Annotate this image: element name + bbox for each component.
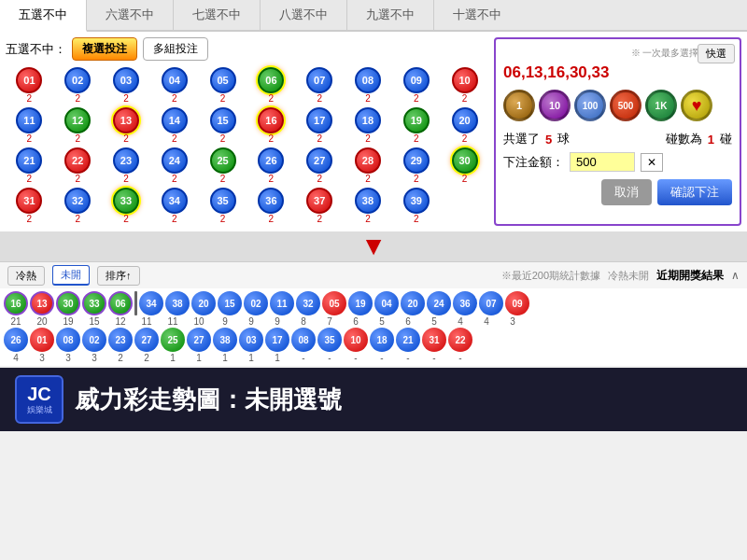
ball-29[interactable]: 29	[403, 147, 430, 174]
tab-10[interactable]: 十選不中	[434, 0, 520, 30]
ball-32[interactable]: 32	[64, 188, 91, 214]
ball-count: 2	[220, 133, 226, 145]
filter-cold-hot[interactable]: 冷熱	[7, 266, 45, 286]
ball-cell: 392	[392, 187, 440, 226]
result-ball: 20	[191, 291, 216, 315]
ball-27[interactable]: 27	[306, 147, 332, 174]
ball-count: 2	[27, 133, 33, 145]
confirm-bet-button[interactable]: 確認下注	[657, 179, 732, 205]
chip-500[interactable]: 500	[610, 90, 641, 121]
ball-count: 2	[123, 133, 129, 145]
ball-03[interactable]: 03	[113, 67, 139, 93]
filter-unopened[interactable]: 未開	[52, 265, 90, 286]
result-count: 12	[108, 316, 133, 327]
ball-cell: 132	[103, 106, 150, 146]
tab-5[interactable]: 五選不中	[0, 0, 87, 32]
result-ball: 15	[218, 291, 242, 315]
ball-count: 2	[462, 174, 468, 185]
ball-12[interactable]: 12	[64, 107, 91, 133]
chip-100[interactable]: 100	[574, 90, 606, 121]
recent-toggle[interactable]: ∧	[731, 269, 740, 282]
result-count: 6	[396, 316, 420, 327]
game-label: 五選不中：	[6, 41, 66, 58]
ball-13[interactable]: 13	[113, 107, 139, 133]
ball-cell: 362	[247, 187, 295, 226]
ball-39[interactable]: 39	[403, 188, 430, 214]
ball-08[interactable]: 08	[355, 67, 381, 93]
ball-23[interactable]: 23	[113, 147, 139, 174]
chip-1k[interactable]: 1K	[645, 90, 677, 121]
ball-16[interactable]: 16	[258, 107, 284, 133]
ball-25[interactable]: 25	[210, 147, 236, 174]
filter-sort[interactable]: 排序↑	[97, 266, 140, 286]
ball-count: 2	[220, 174, 226, 185]
result-ball: 27	[187, 328, 211, 352]
multi-select-button[interactable]: 複選投注	[72, 37, 137, 61]
ball-02[interactable]: 02	[64, 67, 91, 93]
ball-07[interactable]: 07	[306, 67, 332, 93]
result-ball: 38	[165, 291, 190, 315]
result-ball: 35	[317, 328, 342, 352]
ball-37[interactable]: 37	[306, 188, 332, 214]
tab-6[interactable]: 六選不中	[87, 0, 174, 30]
cancel-button[interactable]: 取消	[601, 179, 652, 205]
chip-1[interactable]: 1	[503, 90, 535, 121]
ball-31[interactable]: 31	[16, 188, 42, 214]
result-ball: 33	[82, 291, 106, 315]
ball-19[interactable]: 19	[403, 107, 430, 133]
ball-14[interactable]: 14	[162, 107, 188, 133]
ball-09[interactable]: 09	[403, 67, 430, 93]
bet-amount-input[interactable]	[570, 152, 635, 172]
ball-26[interactable]: 26	[258, 147, 284, 174]
ball-36[interactable]: 36	[258, 188, 284, 214]
chip-10[interactable]: 10	[539, 90, 571, 121]
ball-30[interactable]: 30	[452, 147, 478, 174]
ball-17[interactable]: 17	[306, 107, 332, 133]
result-ball: 02	[82, 328, 106, 352]
result-count2: 1	[161, 353, 185, 363]
ball-count: 2	[414, 93, 419, 105]
ball-cell: 032	[103, 66, 150, 105]
chip-heart[interactable]: ♥	[681, 90, 712, 121]
ball-04[interactable]: 04	[162, 67, 188, 93]
result-count: 21	[4, 316, 28, 327]
tab-8[interactable]: 八選不中	[261, 0, 347, 30]
ball-cell: 192	[392, 106, 440, 146]
ball-33[interactable]: 33	[113, 188, 139, 214]
ball-35[interactable]: 35	[210, 188, 236, 214]
multi-invest-button[interactable]: 多組投注	[143, 37, 208, 61]
ball-21[interactable]: 21	[16, 147, 42, 174]
tab-7[interactable]: 七選不中	[174, 0, 261, 30]
quick-select-button[interactable]: 快選	[698, 44, 735, 63]
tab-9[interactable]: 九選不中	[347, 0, 434, 30]
clear-bet-button[interactable]: ✕	[641, 153, 663, 172]
ball-38[interactable]: 38	[355, 188, 381, 214]
ball-22[interactable]: 22	[64, 147, 91, 174]
ball-24[interactable]: 24	[162, 147, 188, 174]
ball-cell: 052	[199, 66, 247, 105]
ball-count: 2	[75, 174, 80, 185]
logo-sub: 娛樂城	[27, 404, 52, 416]
result-ball: 26	[4, 328, 28, 352]
result-ball: 08	[291, 328, 316, 352]
ball-10[interactable]: 10	[452, 67, 478, 93]
ball-34[interactable]: 34	[162, 188, 188, 214]
ball-18[interactable]: 18	[355, 107, 381, 133]
ball-count: 2	[414, 214, 419, 225]
ball-01[interactable]: 01	[16, 67, 42, 93]
ball-11[interactable]: 11	[16, 107, 42, 133]
ball-count: 2	[27, 214, 33, 225]
result-ball: 36	[453, 291, 477, 315]
ball-05[interactable]: 05	[210, 67, 236, 93]
ball-15[interactable]: 15	[210, 107, 236, 133]
ball-20[interactable]: 20	[452, 107, 478, 133]
result-ball: 06	[108, 291, 133, 315]
ball-28[interactable]: 28	[355, 147, 381, 174]
result-ball: 17	[265, 328, 289, 352]
ball-06[interactable]: 06	[258, 67, 284, 93]
arrow-down-icon: ▼	[360, 233, 387, 259]
ball-cell: 022	[54, 66, 102, 105]
ball-count: 2	[27, 174, 33, 185]
result-count2: -	[370, 353, 394, 363]
ball-count: 2	[365, 214, 371, 225]
